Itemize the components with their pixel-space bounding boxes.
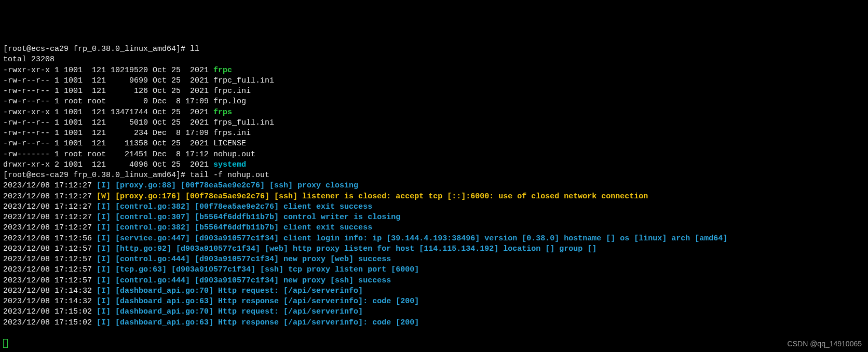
- ls-row: -rw-r--r-- 1 1001 121 234 Dec 8 17:09 fr…: [3, 128, 865, 139]
- log-timestamp: 2023/12/08 17:12:57: [3, 265, 97, 274]
- ls-row: -rw-r--r-- 1 1001 121 11358 Oct 25 2021 …: [3, 139, 865, 149]
- file-perms: -rw------- 1 root root 21451 Dec 8 17:12: [3, 150, 213, 159]
- log-timestamp: 2023/12/08 17:12:27: [3, 181, 97, 190]
- log-message: [control.go:382] [b5564f6ddfb11b7b] clie…: [111, 223, 372, 232]
- log-timestamp: 2023/12/08 17:15:02: [3, 307, 97, 316]
- file-name: frps.ini: [213, 129, 251, 138]
- file-name: frpc.ini: [213, 87, 251, 96]
- file-name: frps: [213, 108, 232, 117]
- terminal-output[interactable]: [root@ecs-ca29 frp_0.38.0_linux_amd64]# …: [3, 44, 865, 328]
- log-level: [I]: [97, 213, 111, 222]
- log-level: [I]: [97, 181, 111, 190]
- log-line: 2023/12/08 17:12:27 [I] [control.go:382]…: [3, 223, 865, 233]
- log-timestamp: 2023/12/08 17:12:56: [3, 234, 97, 243]
- ls-row: -rwxr-xr-x 1 1001 121 10219520 Oct 25 20…: [3, 65, 865, 76]
- log-timestamp: 2023/12/08 17:15:02: [3, 318, 97, 327]
- log-timestamp: 2023/12/08 17:12:27: [3, 192, 97, 201]
- log-message: [proxy.go:88] [00f78ea5ae9e2c76] [ssh] p…: [111, 181, 358, 190]
- log-line: 2023/12/08 17:12:57 [I] [http.go:92] [d9…: [3, 244, 865, 254]
- log-message: [control.go:382] [00f78ea5ae9e2c76] clie…: [111, 202, 372, 211]
- log-line: 2023/12/08 17:12:27 [I] [proxy.go:88] [0…: [3, 181, 865, 191]
- log-message: [tcp.go:63] [d903a910577c1f34] [ssh] tcp…: [111, 265, 419, 274]
- file-name: frpc: [213, 66, 232, 75]
- file-perms: -rw-r--r-- 1 1001 121 9699 Oct 25 2021: [3, 76, 213, 85]
- log-message: [control.go:444] [d903a910577c1f34] new …: [111, 276, 391, 285]
- file-perms: -rwxr-xr-x 1 1001 121 13471744 Oct 25 20…: [3, 108, 213, 117]
- log-timestamp: 2023/12/08 17:14:32: [3, 297, 97, 306]
- shell-prompt: [root@ecs-ca29 frp_0.38.0_linux_amd64]# …: [3, 44, 865, 55]
- log-timestamp: 2023/12/08 17:14:32: [3, 287, 97, 295]
- ls-row: -rwxr-xr-x 1 1001 121 13471744 Oct 25 20…: [3, 107, 865, 118]
- log-line: 2023/12/08 17:14:32 [I] [dashboard_api.g…: [3, 286, 865, 296]
- ls-total: total 23208: [3, 55, 865, 65]
- log-level: [I]: [97, 318, 111, 327]
- ls-row: -rw-r--r-- 1 root root 0 Dec 8 17:09 frp…: [3, 97, 865, 107]
- log-message: [proxy.go:176] [00f78ea5ae9e2c76] [ssh] …: [111, 192, 648, 201]
- shell-prompt: [root@ecs-ca29 frp_0.38.0_linux_amd64]# …: [3, 170, 865, 181]
- log-line: 2023/12/08 17:14:32 [I] [dashboard_api.g…: [3, 296, 865, 307]
- log-message: [dashboard_api.go:70] Http request: [/ap…: [111, 307, 363, 316]
- watermark-text: CSDN @qq_14910065: [788, 339, 862, 349]
- log-timestamp: 2023/12/08 17:12:27: [3, 223, 97, 232]
- file-name: systemd: [213, 160, 246, 169]
- log-line: 2023/12/08 17:12:57 [I] [control.go:444]…: [3, 254, 865, 265]
- file-perms: -rw-r--r-- 1 1001 121 5010 Oct 25 2021: [3, 118, 213, 127]
- log-level: [I]: [97, 265, 111, 274]
- file-perms: -rw-r--r-- 1 1001 121 234 Dec 8 17:09: [3, 129, 213, 138]
- file-name: LICENSE: [213, 139, 246, 148]
- file-perms: -rwxr-xr-x 1 1001 121 10219520 Oct 25 20…: [3, 66, 213, 75]
- log-level: [I]: [97, 297, 111, 306]
- log-level: [I]: [97, 255, 111, 264]
- ls-row: -rw-r--r-- 1 1001 121 126 Oct 25 2021 fr…: [3, 86, 865, 97]
- log-level: [W]: [97, 192, 111, 201]
- log-line: 2023/12/08 17:15:02 [I] [dashboard_api.g…: [3, 307, 865, 317]
- log-level: [I]: [97, 202, 111, 211]
- log-line: 2023/12/08 17:12:57 [I] [tcp.go:63] [d90…: [3, 265, 865, 275]
- ls-row: -rw------- 1 root root 21451 Dec 8 17:12…: [3, 150, 865, 160]
- log-message: [dashboard_api.go:70] Http request: [/ap…: [111, 287, 363, 295]
- log-level: [I]: [97, 245, 111, 253]
- log-timestamp: 2023/12/08 17:12:27: [3, 202, 97, 211]
- cursor-icon: [3, 339, 8, 348]
- file-name: frp.log: [213, 97, 246, 106]
- file-perms: drwxr-xr-x 2 1001 121 4096 Oct 25 2021: [3, 160, 213, 169]
- ls-row: -rw-r--r-- 1 1001 121 5010 Oct 25 2021 f…: [3, 118, 865, 128]
- log-level: [I]: [97, 287, 111, 295]
- log-line: 2023/12/08 17:12:57 [I] [control.go:444]…: [3, 276, 865, 286]
- file-perms: -rw-r--r-- 1 root root 0 Dec 8 17:09: [3, 97, 213, 106]
- log-line: 2023/12/08 17:12:27 [I] [control.go:307]…: [3, 212, 865, 223]
- log-message: [control.go:307] [b5564f6ddfb11b7b] cont…: [111, 213, 400, 222]
- log-line: 2023/12/08 17:12:27 [I] [control.go:382]…: [3, 202, 865, 212]
- log-timestamp: 2023/12/08 17:12:57: [3, 255, 97, 264]
- log-timestamp: 2023/12/08 17:12:57: [3, 245, 97, 253]
- log-message: [http.go:92] [d903a910577c1f34] [web] ht…: [111, 245, 596, 253]
- log-message: [dashboard_api.go:63] Http response [/ap…: [111, 297, 419, 306]
- file-name: frps_full.ini: [213, 118, 274, 127]
- log-message: [service.go:447] [d903a910577c1f34] clie…: [111, 234, 727, 243]
- file-perms: -rw-r--r-- 1 1001 121 126 Oct 25 2021: [3, 87, 213, 96]
- log-level: [I]: [97, 307, 111, 316]
- log-line: 2023/12/08 17:15:02 [I] [dashboard_api.g…: [3, 318, 865, 328]
- file-perms: -rw-r--r-- 1 1001 121 11358 Oct 25 2021: [3, 139, 213, 148]
- log-timestamp: 2023/12/08 17:12:57: [3, 276, 97, 285]
- ls-row: -rw-r--r-- 1 1001 121 9699 Oct 25 2021 f…: [3, 76, 865, 86]
- log-line: 2023/12/08 17:12:27 [W] [proxy.go:176] […: [3, 192, 865, 202]
- log-level: [I]: [97, 223, 111, 232]
- log-timestamp: 2023/12/08 17:12:27: [3, 213, 97, 222]
- ls-row: drwxr-xr-x 2 1001 121 4096 Oct 25 2021 s…: [3, 160, 865, 170]
- log-level: [I]: [97, 234, 111, 243]
- log-message: [dashboard_api.go:63] Http response [/ap…: [111, 318, 419, 327]
- file-name: nohup.out: [213, 150, 255, 159]
- file-name: frpc_full.ini: [213, 76, 274, 85]
- log-line: 2023/12/08 17:12:56 [I] [service.go:447]…: [3, 234, 865, 244]
- log-level: [I]: [97, 276, 111, 285]
- log-message: [control.go:444] [d903a910577c1f34] new …: [111, 255, 391, 264]
